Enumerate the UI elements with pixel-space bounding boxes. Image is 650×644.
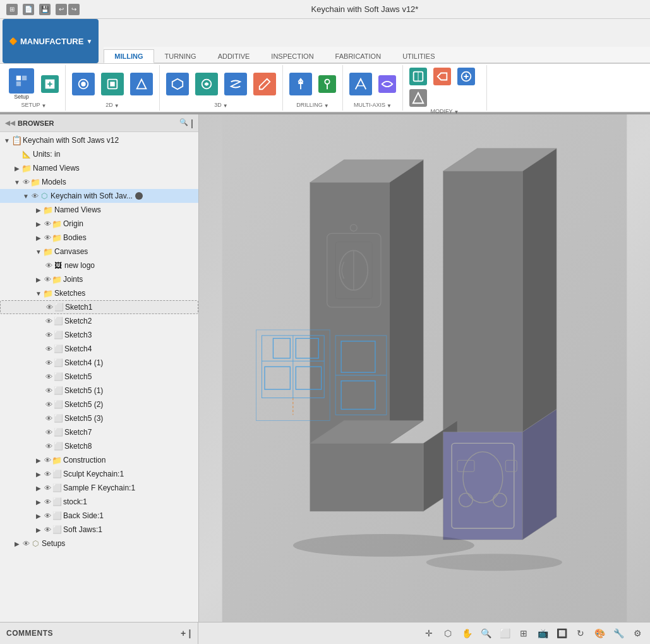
tree-item-sketch5[interactable]: 👁 ⬜ Sketch5 <box>0 370 198 384</box>
modify-btn3[interactable] <box>455 66 478 87</box>
expand-canvases[interactable]: ▼ <box>34 247 43 256</box>
3d-contour-btn[interactable] <box>222 71 250 97</box>
tab-additive[interactable]: ADDITIVE <box>207 49 261 63</box>
tree-item-sketch5-3[interactable]: 👁 ⬜ Sketch5 (3) <box>0 411 198 425</box>
drill-btn[interactable] <box>287 71 315 97</box>
eye-sketch4-1[interactable]: 👁 <box>44 358 53 367</box>
tree-item-sketch2[interactable]: 👁 ⬜ Sketch2 <box>0 314 198 328</box>
2d-contour-btn[interactable] <box>128 71 155 97</box>
tree-item-sketch8[interactable]: 👁 ⬜ Sketch8 <box>0 439 198 453</box>
render-icon[interactable]: 🔲 <box>554 626 569 641</box>
pan-icon[interactable]: ✋ <box>459 626 474 641</box>
tree-item-sketch7[interactable]: 👁 ⬜ Sketch7 <box>0 425 198 439</box>
tree-item-sketch4[interactable]: 👁 ⬜ Sketch4 <box>0 342 198 356</box>
3d-pocket-btn[interactable] <box>193 71 220 97</box>
eye-joints[interactable]: 👁 <box>43 275 52 284</box>
expand-root[interactable]: ▼ <box>3 136 11 145</box>
eye-new-logo[interactable]: 👁 <box>44 261 53 270</box>
file-icon[interactable]: 📄 <box>23 4 34 15</box>
expand-sketches[interactable]: ▼ <box>34 289 43 298</box>
drill-small-btn[interactable] <box>316 74 339 94</box>
viewport[interactable] <box>199 114 650 622</box>
tab-turning[interactable]: TURNING <box>154 49 207 63</box>
tab-milling[interactable]: MILLING <box>104 49 153 63</box>
modify-btn1[interactable] <box>407 66 430 87</box>
tree-item-sketch4-1[interactable]: 👁 ⬜ Sketch4 (1) <box>0 356 198 370</box>
tree-item-root[interactable]: ▼ 📋 Keychain with Soft Jaws v12 <box>0 133 198 147</box>
tree-item-sketch1[interactable]: 👁 ⬜ Sketch1 <box>0 300 198 314</box>
tab-utilities[interactable]: UTILITIES <box>392 49 445 63</box>
expand-setups[interactable]: ▶ <box>13 539 21 548</box>
eye-sketch5[interactable]: 👁 <box>44 372 53 381</box>
tree-item-soft-jaws[interactable]: ▶ 👁 ⬜ Soft Jaws:1 <box>0 523 198 537</box>
settings-icon[interactable]: ⚙ <box>630 626 645 641</box>
3d-adaptive-btn[interactable] <box>164 71 191 97</box>
expand-joints[interactable]: ▶ <box>34 275 43 284</box>
expand-models[interactable]: ▼ <box>13 178 21 186</box>
eye-back-side[interactable]: 👁 <box>43 511 52 520</box>
expand-origin[interactable]: ▶ <box>34 219 43 228</box>
tree-item-setups[interactable]: ▶ 👁 ⬡ Setups <box>0 537 198 550</box>
tab-fabrication[interactable]: FABRICATION <box>325 49 392 63</box>
eye-soft-jaws[interactable]: 👁 <box>43 525 52 534</box>
expand-named-views-2[interactable]: ▶ <box>34 205 43 214</box>
expand-bodies[interactable]: ▶ <box>34 233 43 242</box>
expand-sculpt[interactable]: ▶ <box>34 470 43 478</box>
eye-sketch5-3[interactable]: 👁 <box>44 414 53 423</box>
expand-sample-f[interactable]: ▶ <box>34 483 43 492</box>
eye-sketch5-2[interactable]: 👁 <box>44 400 53 409</box>
tree-item-named-views-2[interactable]: ▶ 📁 Named Views <box>0 203 198 217</box>
expand-keychain[interactable]: ▼ <box>21 191 30 200</box>
eye-sketch8[interactable]: 👁 <box>44 442 53 451</box>
tree-item-origin[interactable]: ▶ 👁 📁 Origin <box>0 217 198 231</box>
eye-sketch3[interactable]: 👁 <box>44 331 53 339</box>
tree-item-sample-f[interactable]: ▶ 👁 ⬜ Sample F Keychain:1 <box>0 481 198 495</box>
eye-origin[interactable]: 👁 <box>43 219 52 228</box>
tree-item-new-logo[interactable]: 👁 🖼 new logo <box>0 258 198 272</box>
eye-bodies[interactable]: 👁 <box>43 233 52 242</box>
eye-sculpt[interactable]: 👁 <box>43 470 52 478</box>
undo-icon[interactable]: ↩ <box>56 4 67 15</box>
new-setup-button[interactable] <box>39 74 61 94</box>
multiaxis-btn1[interactable] <box>347 71 375 97</box>
orbit-cube-icon[interactable]: ⬡ <box>440 626 455 641</box>
rotate-icon[interactable]: ↻ <box>573 626 588 641</box>
grid-view-icon[interactable]: ⊞ <box>516 626 531 641</box>
expand-stock[interactable]: ▶ <box>34 497 43 506</box>
setup-button[interactable]: Setup <box>6 67 37 101</box>
tree-item-canvases[interactable]: ▼ 📁 Canvases <box>0 245 198 258</box>
tree-item-sketch3[interactable]: 👁 ⬜ Sketch3 <box>0 328 198 342</box>
save-icon[interactable]: 💾 <box>39 4 51 15</box>
tree-item-keychain[interactable]: ▼ 👁 ⬡ Keychain with Soft Jav... <box>0 189 198 203</box>
move-tool-icon[interactable]: ✛ <box>421 626 436 641</box>
inspect-icon[interactable]: 🔧 <box>611 626 626 641</box>
tree-item-sketch5-2[interactable]: 👁 ⬜ Sketch5 (2) <box>0 398 198 411</box>
expand-construction[interactable]: ▶ <box>34 456 43 465</box>
display-icon[interactable]: 📺 <box>535 626 550 641</box>
expand-named-views-1[interactable]: ▶ <box>13 164 21 173</box>
tree-item-named-views-1[interactable]: ▶ 📁 Named Views <box>0 161 198 175</box>
tree-item-joints[interactable]: ▶ 👁 📁 Joints <box>0 272 198 286</box>
eye-sketch2[interactable]: 👁 <box>44 317 53 325</box>
2d-adaptive-btn[interactable] <box>69 71 97 97</box>
tree-item-construction[interactable]: ▶ 👁 📁 Construction <box>0 453 198 467</box>
zoom-icon[interactable]: 🔍 <box>478 626 493 641</box>
tree-item-sculpt[interactable]: ▶ 👁 ⬜ Sculpt Keychain:1 <box>0 467 198 481</box>
tree-item-stock[interactable]: ▶ 👁 ⬜ stock:1 <box>0 495 198 509</box>
eye-sketch7[interactable]: 👁 <box>44 428 53 437</box>
eye-sketch5-1[interactable]: 👁 <box>44 386 53 395</box>
modify-btn4[interactable] <box>407 88 430 108</box>
tab-inspection[interactable]: INSPECTION <box>260 49 324 63</box>
eye-sample-f[interactable]: 👁 <box>43 483 52 492</box>
expand-back-side[interactable]: ▶ <box>34 511 43 520</box>
tree-item-back-side[interactable]: ▶ 👁 ⬜ Back Side:1 <box>0 509 198 523</box>
eye-construction[interactable]: 👁 <box>43 456 52 465</box>
eye-stock[interactable]: 👁 <box>43 497 52 506</box>
tree-item-sketches[interactable]: ▼ 📁 Sketches <box>0 286 198 300</box>
eye-keychain[interactable]: 👁 <box>30 191 39 200</box>
tree-item-models[interactable]: ▼ 👁 📁 Models <box>0 175 198 189</box>
expand-soft-jaws[interactable]: ▶ <box>34 525 43 534</box>
eye-sketch4[interactable]: 👁 <box>44 344 53 353</box>
2d-pocket-btn[interactable] <box>99 71 126 97</box>
eye-sketch1[interactable]: 👁 <box>45 303 54 312</box>
